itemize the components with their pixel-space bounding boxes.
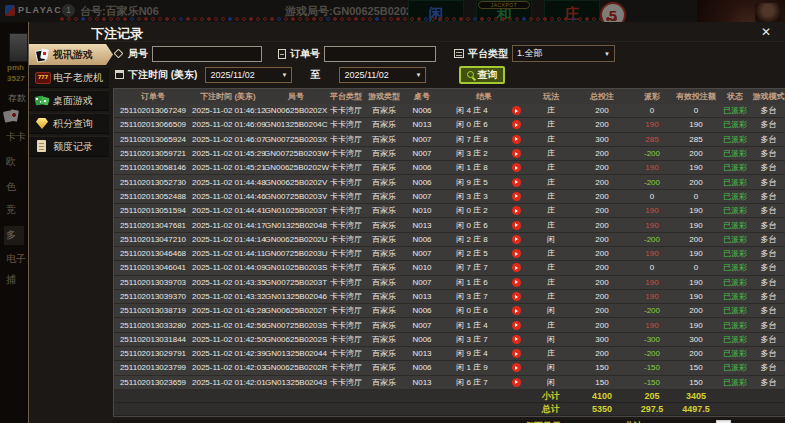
cell-total-bet: 300 (574, 333, 630, 346)
balance-label: 3527 (7, 74, 25, 83)
cell-table-number: N006 (404, 304, 440, 317)
replay-video-icon[interactable] (512, 321, 521, 330)
replay-video-icon[interactable] (512, 149, 521, 158)
cell-platform: 卡卡湾厅 (328, 247, 364, 260)
cell-game-mode: 多台 (752, 290, 785, 303)
date-from-picker[interactable]: 2025/11/02 ▼ (205, 67, 292, 83)
subtotal-payout: 205 (630, 391, 674, 401)
total-payout: 297.5 (630, 404, 674, 414)
cell-game-mode: 多台 (752, 176, 785, 189)
cell-payout: 0 (630, 104, 674, 117)
bet-records-table: 订单号下注时间 (美东)局号平台类型游戏类型桌号结果玩法总投注派彩有效投注额状态… (113, 88, 785, 417)
platform-list-icon (454, 49, 464, 58)
cell-total-bet: 200 (574, 190, 630, 203)
cell-replay (504, 278, 528, 287)
replay-video-icon[interactable] (512, 378, 521, 387)
column-header: 有效投注额 (674, 91, 718, 102)
subtotal-bet: 4100 (574, 391, 630, 401)
replay-video-icon[interactable] (512, 335, 521, 344)
replay-video-icon[interactable] (512, 249, 521, 258)
replay-video-icon[interactable] (512, 278, 521, 287)
cell-replay (504, 306, 528, 315)
cell-payout: 285 (630, 133, 674, 146)
table-row: 251102013038719 2025-11-02 01:43:28 GN00… (114, 304, 785, 318)
cell-replay (504, 163, 528, 172)
cell-replay (504, 192, 528, 201)
cell-round-number: GN00725B0203V (264, 190, 328, 203)
replay-video-icon[interactable] (512, 306, 521, 315)
lobby-left-strip: pmh 3527 存款 卡卡欧色竞多电子捕 (0, 22, 28, 423)
replay-video-icon[interactable] (512, 178, 521, 187)
dealer-video-thumbnail (697, 0, 785, 22)
cell-result: 闲 7 庄 8 (440, 133, 504, 146)
cell-status: 已派彩 (718, 204, 752, 217)
replay-video-icon[interactable] (512, 235, 521, 244)
platform-select[interactable]: 1.全部 ▼ (512, 45, 615, 62)
replay-video-icon[interactable] (512, 292, 521, 301)
filter-bar: 局号 订单号 平台类型 1.全部 ▼ 下注时间 (美东) (113, 42, 785, 88)
cell-order-number: 251102013039703 (114, 276, 192, 289)
replay-video-icon[interactable] (512, 221, 521, 230)
cell-table-number: N006 (404, 333, 440, 346)
cell-table-number: N013 (404, 376, 440, 389)
cell-round-number: GN00725B0203W (264, 147, 328, 160)
cell-bet-time: 2025-11-02 01:46:07 (192, 133, 264, 146)
cell-game-type: 百家乐 (364, 233, 404, 246)
date-to-picker[interactable]: 2025/11/02 ▼ (339, 67, 426, 83)
total-label: 总计 (528, 403, 574, 416)
round-number-input[interactable] (152, 46, 262, 62)
cell-round-number: GN01325B0204C (264, 118, 328, 131)
cell-status: 已派彩 (718, 190, 752, 203)
cell-play-type: 闲 (528, 333, 574, 346)
cell-payout: 190 (630, 161, 674, 174)
cell-result: 闲 0 庄 6 (440, 304, 504, 317)
record-count-label: 共计: 29 (625, 420, 659, 423)
replay-video-icon[interactable] (512, 163, 521, 172)
cell-game-mode: 多台 (752, 190, 785, 203)
replay-video-icon[interactable] (512, 349, 521, 358)
cell-result: 闲 1 庄 4 (440, 319, 504, 332)
replay-video-icon[interactable] (512, 192, 521, 201)
replay-video-icon[interactable] (512, 206, 521, 215)
sidebar-item-slot[interactable]: 电子老虎机 (29, 67, 109, 88)
cell-round-number: GN00625B0202W (264, 161, 328, 174)
cell-order-number: 251102013038719 (114, 304, 192, 317)
sidebar-item-gem[interactable]: 积分查询 (29, 113, 109, 134)
order-number-input[interactable] (324, 46, 436, 62)
search-icon (467, 71, 474, 78)
cell-payout: -200 (630, 233, 674, 246)
total-valid: 4497.5 (674, 404, 718, 414)
cell-game-mode: 多台 (752, 233, 785, 246)
cell-play-type: 庄 (528, 118, 574, 131)
cell-bet-time: 2025-11-02 01:44:14 (192, 233, 264, 246)
sidebar-item-dice[interactable]: 桌面游戏 (29, 90, 109, 111)
cell-replay (504, 235, 528, 244)
replay-video-icon[interactable] (512, 120, 521, 129)
sidebar-item-ledger[interactable]: 额度记录 (29, 136, 109, 157)
cell-game-type: 百家乐 (364, 361, 404, 374)
replay-video-icon[interactable] (512, 363, 521, 372)
current-page-box[interactable]: 1 (716, 420, 730, 423)
replay-video-icon[interactable] (512, 263, 521, 272)
cell-replay (504, 349, 528, 358)
cell-payout: 190 (630, 204, 674, 217)
close-icon[interactable]: ✕ (761, 25, 771, 39)
replay-video-icon[interactable] (512, 106, 521, 115)
sidebar-item-cards[interactable]: 视讯游戏 (29, 44, 113, 65)
cell-replay (504, 178, 528, 187)
cell-round-number: GN01325B02046 (264, 290, 328, 303)
cell-game-mode: 多台 (752, 219, 785, 232)
cell-valid-bet: 0 (674, 104, 718, 117)
cell-play-type: 庄 (528, 319, 574, 332)
cell-status: 已派彩 (718, 161, 752, 174)
cell-round-number: GN01325B02048 (264, 219, 328, 232)
cell-valid-bet: 200 (674, 233, 718, 246)
search-button[interactable]: 查询 (459, 66, 505, 84)
round-tag-icon (114, 49, 124, 59)
cell-bet-time: 2025-11-02 01:43:28 (192, 304, 264, 317)
app-top-bar: PLAYACE 1 台号:百家乐N06 游戏局号:GN00625B0202Y 闲… (0, 0, 785, 22)
cell-replay (504, 106, 528, 115)
cell-play-type: 庄 (528, 204, 574, 217)
column-header: 下注时间 (美东) (192, 91, 264, 102)
replay-video-icon[interactable] (512, 135, 521, 144)
